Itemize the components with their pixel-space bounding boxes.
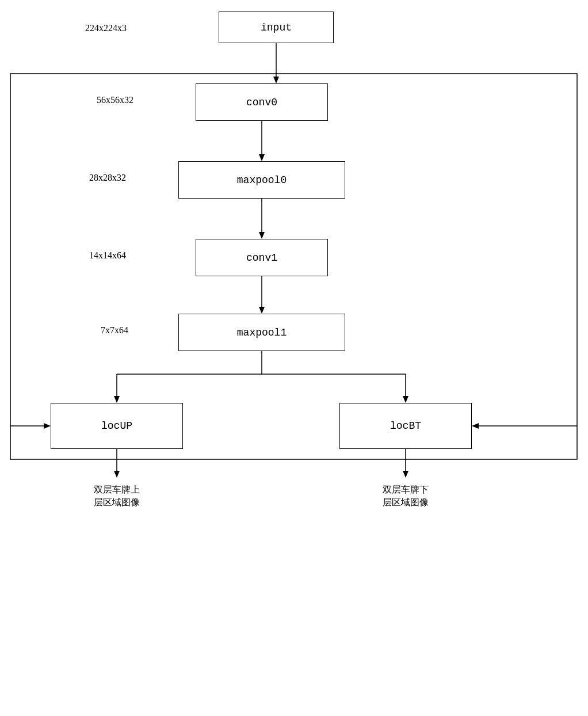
label-conv0-size: 56x56x32 [97, 95, 133, 105]
output-locUP-text: 双层车牌上 层区域图像 [51, 483, 183, 509]
label-input-size: 224x224x3 [85, 23, 127, 33]
label-maxpool0-size: 28x28x32 [89, 173, 126, 183]
output-locBT-line2: 层区域图像 [383, 497, 429, 507]
node-conv0: conv0 [196, 83, 328, 121]
output-locBT-text: 双层车牌下 层区域图像 [339, 483, 472, 509]
node-input-label: input [261, 22, 292, 33]
svg-marker-6 [259, 232, 265, 239]
node-maxpool1: maxpool1 [178, 314, 345, 351]
label-conv1-size: 14x14x64 [89, 250, 126, 261]
output-locUP-line1: 双层车牌上 [94, 485, 140, 494]
svg-marker-22 [472, 423, 479, 429]
node-maxpool0: maxpool0 [178, 161, 345, 199]
node-locUP: locUP [51, 403, 183, 449]
node-conv1: conv1 [196, 239, 328, 276]
node-locBT-label: locBT [390, 420, 421, 432]
svg-marker-14 [403, 396, 408, 403]
node-conv1-label: conv1 [246, 252, 277, 264]
svg-marker-2 [273, 77, 279, 83]
output-locBT-line1: 双层车牌下 [383, 485, 429, 494]
node-maxpool0-label: maxpool0 [237, 174, 287, 186]
node-locUP-label: locUP [101, 420, 132, 432]
svg-marker-16 [114, 471, 120, 478]
node-locBT: locBT [339, 403, 472, 449]
node-input: input [219, 12, 334, 43]
label-maxpool1-size: 7x7x64 [101, 325, 128, 336]
svg-marker-4 [259, 154, 265, 161]
svg-marker-8 [259, 307, 265, 314]
diagram-container: input 224x224x3 conv0 56x56x32 maxpool0 … [0, 0, 588, 716]
svg-marker-12 [114, 396, 120, 403]
output-locUP-line2: 层区域图像 [94, 497, 140, 507]
svg-marker-20 [44, 423, 51, 429]
node-maxpool1-label: maxpool1 [237, 327, 287, 338]
node-conv0-label: conv0 [246, 97, 277, 108]
svg-marker-18 [403, 471, 408, 478]
